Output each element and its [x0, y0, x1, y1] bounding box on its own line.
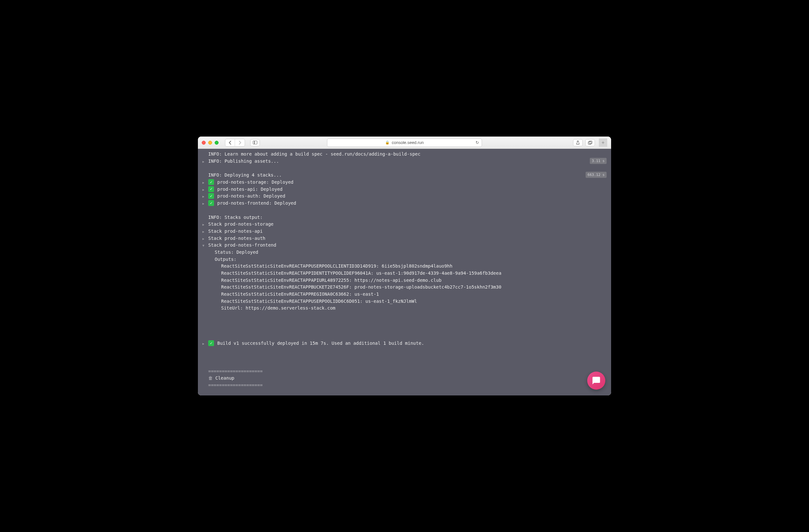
expand-caret-icon[interactable]: ▶ — [202, 228, 208, 234]
share-button[interactable] — [573, 139, 583, 146]
reload-button[interactable]: ↻ — [476, 140, 479, 145]
sidebar-toggle-button[interactable] — [250, 139, 260, 146]
log-line-blank — [198, 333, 611, 340]
log-line-collapsible[interactable]: ▶ Stack prod-notes-storage — [198, 221, 611, 228]
check-icon: ✓ — [208, 200, 214, 206]
expand-caret-icon[interactable]: ▶ — [202, 179, 208, 185]
expand-caret-icon[interactable]: ▶ — [202, 193, 208, 199]
log-line-blank — [198, 319, 611, 326]
svg-rect-1 — [589, 141, 592, 144]
log-line: INFO: Learn more about adding a build sp… — [198, 151, 611, 158]
check-icon: ✓ — [208, 193, 214, 199]
expand-caret-icon[interactable]: ▶ — [202, 200, 208, 206]
log-line-collapsible[interactable]: ▶ ✓prod-notes-storage: Deployed — [198, 179, 611, 186]
chat-icon — [592, 376, 601, 385]
log-line-collapsible[interactable]: ▶ Stack prod-notes-api — [198, 228, 611, 235]
log-line: INFO: Stacks output: — [198, 214, 611, 221]
log-line-blank — [198, 207, 611, 214]
expand-caret-icon[interactable]: ▶ — [202, 158, 208, 164]
window-controls — [202, 141, 219, 144]
check-icon: ✓ — [208, 179, 214, 185]
check-icon: ✓ — [208, 186, 214, 192]
log-divider: ==================== — [198, 368, 611, 375]
log-line: Status: Deployed — [198, 249, 611, 256]
sidebar-icon — [253, 141, 257, 144]
log-divider: ==================== — [198, 382, 611, 389]
log-output-line: ReactSiteSstStaticSiteEnvREACTAPPIDENTIT… — [198, 270, 611, 277]
log-section-header: 🗑Cleanup — [198, 375, 611, 382]
log-line-blank — [198, 326, 611, 333]
log-line-blank — [198, 165, 611, 172]
url-host: console.seed.run — [392, 140, 424, 145]
forward-button[interactable] — [235, 139, 245, 146]
log-line-blank — [198, 312, 611, 319]
log-output-line: ReactSiteSstStaticSiteEnvREACTAPPREGIONA… — [198, 291, 611, 298]
log-line-blank — [198, 347, 611, 354]
timing-badge: 3.11 s — [590, 158, 607, 164]
log-line: Outputs: — [198, 256, 611, 263]
url-bar[interactable]: 🔒 console.seed.run ↻ — [327, 138, 482, 147]
trash-icon: 🗑 — [208, 375, 213, 382]
log-line-collapsible[interactable]: ▶ ✓prod-notes-frontend: Deployed — [198, 200, 611, 207]
log-line: INFO: Deploying 4 stacks... 663.12 s — [198, 172, 611, 179]
titlebar: 🔒 console.seed.run ↻ + — [198, 137, 611, 149]
maximize-window-button[interactable] — [215, 141, 219, 144]
build-log-console: INFO: Learn more about adding a build sp… — [198, 149, 611, 395]
log-output-line: ReactSiteSstStaticSiteEnvREACTAPPAPIURL4… — [198, 277, 611, 284]
log-line-collapsible[interactable]: ▶ ✓prod-notes-auth: Deployed — [198, 193, 611, 200]
log-line-collapsible[interactable]: ▶ ✓Build v1 successfully deployed in 15m… — [198, 340, 611, 347]
tabs-button[interactable] — [585, 139, 595, 146]
new-tab-button[interactable]: + — [599, 138, 607, 147]
expand-caret-icon[interactable]: ▶ — [202, 235, 208, 241]
expand-caret-icon[interactable]: ▶ — [202, 340, 208, 346]
log-output-line: ReactSiteSstStaticSiteEnvREACTAPPUSERPOO… — [198, 298, 611, 305]
svg-rect-0 — [588, 142, 591, 144]
browser-window: 🔒 console.seed.run ↻ + INFO: Learn more … — [198, 137, 611, 395]
log-output-line: SiteUrl: https://demo.serverless-stack.c… — [198, 305, 611, 312]
minimize-window-button[interactable] — [208, 141, 212, 144]
expand-caret-icon[interactable]: ▶ — [202, 221, 208, 227]
log-output-line: ReactSiteSstStaticSiteEnvREACTAPPUSERPOO… — [198, 263, 611, 270]
log-line-collapsible[interactable]: ▶ INFO: Publishing assets... 3.11 s — [198, 158, 611, 165]
close-window-button[interactable] — [202, 141, 206, 144]
collapse-caret-icon[interactable]: ▼ — [202, 242, 208, 248]
log-line-collapsible[interactable]: ▶ ✓prod-notes-api: Deployed — [198, 186, 611, 193]
log-output-line: ReactSiteSstStaticSiteEnvREACTAPPBUCKET2… — [198, 284, 611, 291]
titlebar-right: + — [573, 138, 607, 147]
timing-badge: 663.12 s — [586, 172, 607, 178]
lock-icon: 🔒 — [385, 140, 390, 144]
log-line-expanded[interactable]: ▼ Stack prod-notes-frontend — [198, 242, 611, 249]
log-line-blank — [198, 361, 611, 368]
log-line-blank — [198, 354, 611, 361]
nav-buttons — [225, 139, 245, 147]
expand-caret-icon[interactable]: ▶ — [202, 186, 208, 192]
chat-support-button[interactable] — [587, 372, 605, 390]
back-button[interactable] — [225, 139, 235, 146]
check-icon: ✓ — [208, 340, 214, 346]
log-line-collapsible[interactable]: ▶ Stack prod-notes-auth — [198, 235, 611, 242]
